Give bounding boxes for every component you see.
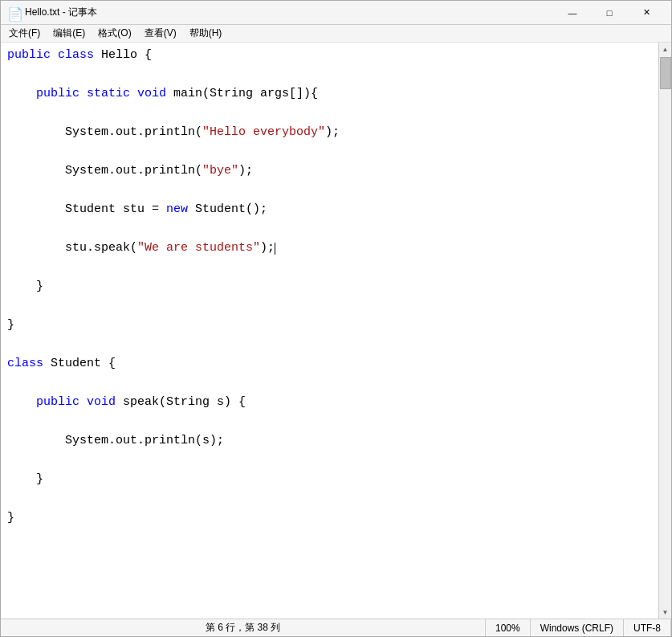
window-title: Hello.txt - 记事本 bbox=[25, 6, 554, 19]
zoom-level: 100% bbox=[486, 619, 531, 636]
status-bar: 第 6 行，第 38 列 100% Windows (CRLF) UTF-8 bbox=[1, 619, 671, 636]
app-icon: 📄 bbox=[7, 6, 20, 19]
cursor-position: 第 6 行，第 38 列 bbox=[1, 619, 486, 636]
position-label: 第 6 行，第 38 列 bbox=[206, 621, 280, 635]
code-line-3: System.out.println("Hello everybody"); bbox=[7, 123, 652, 142]
code-line-9: class Student { bbox=[7, 354, 652, 374]
title-bar: 📄 Hello.txt - 记事本 — □ ✕ bbox=[1, 1, 671, 25]
menu-format[interactable]: 格式(O) bbox=[92, 25, 137, 42]
close-button[interactable]: ✕ bbox=[628, 1, 665, 25]
line-ending-label: Windows (CRLF) bbox=[540, 623, 613, 634]
menu-bar: 文件(F) 编辑(E) 格式(O) 查看(V) 帮助(H) bbox=[1, 25, 671, 43]
encoding: UTF-8 bbox=[624, 619, 671, 636]
scrollbar-track[interactable] bbox=[659, 55, 671, 606]
editor-container: public class Hello { public static void … bbox=[1, 43, 671, 619]
menu-view[interactable]: 查看(V) bbox=[138, 25, 183, 42]
code-line-7: } bbox=[7, 277, 652, 296]
scrollbar-vertical: ▲ ▼ bbox=[658, 43, 671, 619]
code-line-13: } bbox=[7, 508, 652, 528]
menu-file[interactable]: 文件(F) bbox=[2, 25, 47, 42]
code-line-12: } bbox=[7, 470, 652, 489]
code-line-11: System.out.println(s); bbox=[7, 431, 652, 451]
code-line-6: stu.speak("We are students"); bbox=[7, 239, 652, 258]
editor-text-area[interactable]: public class Hello { public static void … bbox=[1, 43, 658, 619]
code-line-1: public class Hello { bbox=[7, 46, 652, 65]
maximize-button[interactable]: □ bbox=[591, 1, 628, 25]
encoding-label: UTF-8 bbox=[633, 623, 661, 634]
scrollbar-thumb[interactable] bbox=[660, 57, 671, 89]
window-controls: — □ ✕ bbox=[554, 1, 665, 25]
line-ending: Windows (CRLF) bbox=[531, 619, 624, 636]
zoom-label: 100% bbox=[495, 623, 520, 634]
code-line-5: Student stu = new Student(); bbox=[7, 200, 652, 219]
minimize-button[interactable]: — bbox=[554, 1, 591, 25]
scroll-down-button[interactable]: ▼ bbox=[659, 606, 672, 619]
scroll-up-button[interactable]: ▲ bbox=[659, 43, 672, 55]
menu-help[interactable]: 帮助(H) bbox=[183, 25, 229, 42]
code-line-2: public static void main(String args[]){ bbox=[7, 84, 652, 104]
code-line-8: } bbox=[7, 316, 652, 335]
code-line-10: public void speak(String s) { bbox=[7, 393, 652, 412]
notepad-window: 📄 Hello.txt - 记事本 — □ ✕ 文件(F) 编辑(E) 格式(O… bbox=[0, 0, 672, 637]
menu-edit[interactable]: 编辑(E) bbox=[47, 25, 92, 42]
code-line-4: System.out.println("bye"); bbox=[7, 161, 652, 181]
